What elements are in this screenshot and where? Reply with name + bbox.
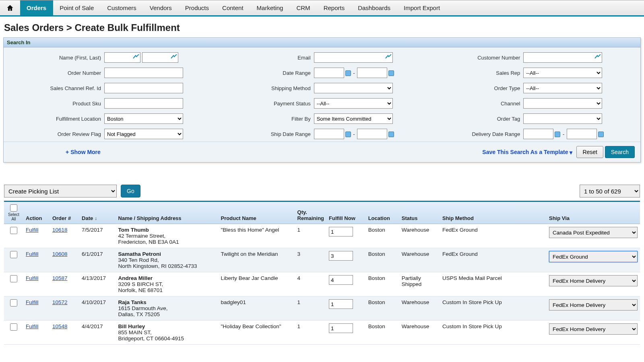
- home-icon[interactable]: [0, 0, 20, 15]
- select-all-checkbox[interactable]: [10, 204, 17, 212]
- fulfill-link[interactable]: Fulfill: [26, 323, 39, 329]
- ship-via-select[interactable]: Canada Post Expedited: [549, 227, 638, 238]
- fulfill-link[interactable]: Fulfill: [26, 227, 39, 233]
- col-name-address[interactable]: Name / Shipping Address: [116, 202, 219, 224]
- row-checkbox[interactable]: [10, 251, 17, 258]
- filter-by-select[interactable]: Some Items Committed: [314, 113, 393, 124]
- ship-via-select[interactable]: FedEx Home Delivery: [549, 323, 638, 335]
- nav-tab-dashboards[interactable]: Dashboards: [351, 0, 397, 15]
- row-date: 7/5/2017: [79, 224, 116, 248]
- reset-button[interactable]: Reset: [576, 146, 603, 158]
- fulfill-now-input[interactable]: [329, 251, 353, 261]
- fulfill-now-input[interactable]: [329, 299, 353, 309]
- row-status: Warehouse: [399, 224, 440, 248]
- col-date[interactable]: Date ↓: [79, 202, 116, 224]
- date-range-to-input[interactable]: [357, 68, 387, 78]
- col-location[interactable]: Location: [366, 202, 399, 224]
- email-input[interactable]: [314, 52, 393, 63]
- order-number-link[interactable]: 10572: [52, 299, 68, 305]
- nav-tab-marketing[interactable]: Marketing: [250, 0, 290, 15]
- nav-tab-import-export[interactable]: Import Export: [397, 0, 447, 15]
- results-action-bar: Create Picking List Go 1 to 50 of 629: [0, 162, 644, 201]
- row-date: 4/10/2017: [79, 296, 116, 321]
- sort-desc-icon: ↓: [95, 216, 97, 221]
- payment-status-select[interactable]: --All--: [314, 98, 393, 109]
- order-tag-select[interactable]: [523, 113, 602, 124]
- row-checkbox[interactable]: [10, 323, 17, 331]
- nav-tab-point-of-sale[interactable]: Point of Sale: [53, 0, 101, 15]
- date-range-from-input[interactable]: [314, 68, 344, 78]
- col-qty-remaining[interactable]: Qty.Remaining: [295, 202, 326, 224]
- shipping-method-select[interactable]: [314, 83, 393, 93]
- ship-via-select[interactable]: FedEx Home Delivery: [549, 275, 638, 286]
- calendar-icon[interactable]: [345, 132, 351, 137]
- col-order-num[interactable]: Order #: [50, 202, 79, 224]
- calendar-icon[interactable]: [598, 132, 604, 137]
- fulfill-link[interactable]: Fulfill: [26, 251, 39, 257]
- fulfill-link[interactable]: Fulfill: [26, 275, 39, 281]
- nav-tab-products[interactable]: Products: [179, 0, 216, 15]
- order-type-select[interactable]: --All--: [523, 83, 602, 93]
- ship-date-from-input[interactable]: [314, 129, 344, 139]
- customer-number-input[interactable]: [523, 52, 602, 63]
- ship-date-to-input[interactable]: [357, 129, 387, 139]
- delivery-date-to-input[interactable]: [567, 129, 597, 139]
- col-action[interactable]: Action: [23, 202, 50, 224]
- show-more-link[interactable]: +Show More: [66, 149, 101, 155]
- search-button[interactable]: Search: [605, 146, 635, 158]
- delivery-date-from-input[interactable]: [523, 129, 553, 139]
- nav-tab-crm[interactable]: CRM: [290, 0, 317, 15]
- nav-tab-reports[interactable]: Reports: [317, 0, 352, 15]
- calendar-icon[interactable]: [388, 132, 394, 137]
- row-checkbox[interactable]: [10, 227, 17, 234]
- row-product: badgley01: [219, 296, 295, 321]
- product-sku-input[interactable]: [104, 98, 183, 109]
- calendar-icon[interactable]: [388, 70, 394, 76]
- order-review-flag-select[interactable]: Not Flagged: [104, 129, 183, 139]
- col-product-name[interactable]: Product Name: [219, 202, 295, 224]
- col-ship-method[interactable]: Ship Method: [440, 202, 547, 224]
- order-number-link[interactable]: 10587: [52, 275, 68, 281]
- order-number-input[interactable]: [104, 68, 183, 78]
- col-fulfill-now[interactable]: Fulfill Now: [326, 202, 366, 224]
- nav-tab-customers[interactable]: Customers: [101, 0, 143, 15]
- row-qty-remaining: 1: [295, 321, 326, 345]
- fulfillment-location-select[interactable]: Boston: [104, 113, 183, 124]
- row-name-address: Tom Thumb42 Termaine Street,Fredericton,…: [116, 224, 219, 248]
- save-template-link[interactable]: Save This Search As a Template ▾: [482, 149, 572, 155]
- col-ship-via[interactable]: Ship Via: [547, 202, 640, 224]
- col-status[interactable]: Status: [399, 202, 440, 224]
- calendar-icon[interactable]: [345, 70, 351, 76]
- row-location: Boston: [366, 248, 399, 272]
- order-number-link[interactable]: 10618: [52, 227, 68, 233]
- sales-channel-ref-input[interactable]: [104, 83, 183, 93]
- order-number-link[interactable]: 10608: [52, 251, 68, 257]
- row-checkbox[interactable]: [10, 299, 17, 306]
- ship-via-select[interactable]: FedEx Ground: [549, 251, 638, 262]
- bulk-action-select[interactable]: Create Picking List: [4, 185, 117, 197]
- fulfill-now-input[interactable]: [329, 275, 353, 285]
- last-name-input[interactable]: [142, 52, 178, 63]
- sales-rep-select[interactable]: --All--: [523, 68, 602, 78]
- name-label: Name (First, Last): [8, 55, 104, 61]
- nav-tab-content[interactable]: Content: [216, 0, 250, 15]
- go-button[interactable]: Go: [121, 185, 140, 197]
- fulfill-now-input[interactable]: [329, 323, 353, 333]
- row-qty-remaining: 4: [295, 272, 326, 296]
- fulfill-now-input[interactable]: [329, 227, 353, 237]
- nav-tab-orders[interactable]: Orders: [20, 0, 53, 15]
- ship-via-select[interactable]: FedEx Home Delivery: [549, 299, 638, 311]
- channel-select[interactable]: [523, 98, 602, 109]
- sales-rep-label: Sales Rep: [427, 70, 523, 76]
- first-name-input[interactable]: [104, 52, 140, 63]
- order-number-link[interactable]: 10548: [52, 323, 68, 329]
- fulfill-link[interactable]: Fulfill: [26, 299, 39, 305]
- table-row: Fulfill 10572 4/10/2017 Raja Tanks1615 D…: [4, 296, 640, 321]
- row-name-address: Andrea Miller3209 S BIRCH ST,Norfolk, NE…: [116, 272, 219, 296]
- payment-status-label: Payment Status: [217, 101, 314, 107]
- row-checkbox[interactable]: [10, 275, 17, 282]
- filter-by-label: Filter By: [217, 116, 314, 122]
- nav-tab-vendors[interactable]: Vendors: [143, 0, 179, 15]
- calendar-icon[interactable]: [555, 132, 560, 137]
- page-range-select[interactable]: 1 to 50 of 629: [580, 185, 640, 197]
